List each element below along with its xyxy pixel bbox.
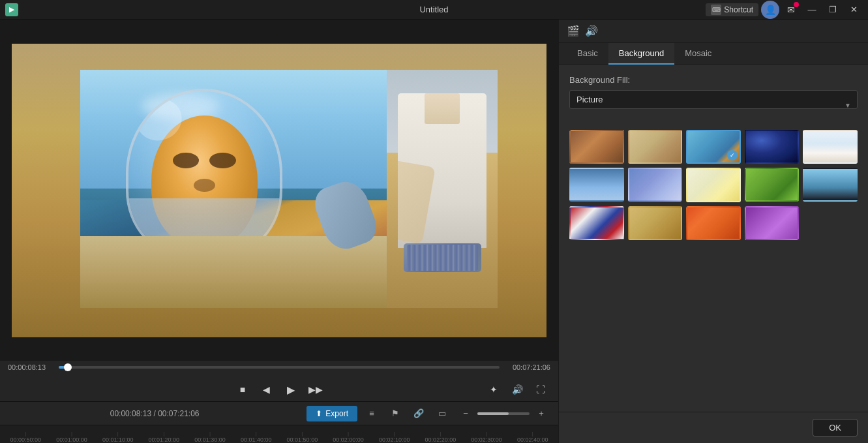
bg-thumb-snow[interactable] (803, 130, 858, 164)
ruler-mark-6: 00:01:50:00 (279, 431, 325, 443)
panel-header: 🎬 🔊 (559, 20, 868, 43)
ruler-mark-4: 00:01:30:00 (187, 431, 233, 443)
shortcut-button[interactable]: ⌨ Shortcut (706, 3, 758, 16)
export-icon: ⬆ (316, 409, 322, 418)
video-left-clip (80, 70, 387, 308)
bg-thumb-sky[interactable]: ✓ (686, 130, 741, 164)
titlebar-left: ▶ (5, 3, 18, 16)
zoom-out-button[interactable]: − (456, 405, 475, 422)
ruler-mark-1: 00:01:00:00 (49, 431, 95, 443)
ruler-mark-0: 00:00:50:00 (3, 431, 49, 443)
bg-thumb-purple[interactable] (745, 206, 800, 240)
tab-basic[interactable]: Basic (567, 43, 608, 65)
progress-track[interactable] (59, 366, 500, 369)
bg-thumb-galaxy[interactable] (745, 130, 800, 164)
tab-background[interactable]: Background (608, 43, 674, 65)
bg-thumb-gifts[interactable] (628, 168, 683, 202)
bg-thumb-game[interactable] (745, 168, 800, 202)
panel-content: Background Fill: Picture Color Blur ✓ (559, 65, 868, 412)
minimize-button[interactable]: — (803, 3, 821, 17)
settings-button[interactable]: ✦ (484, 380, 503, 399)
right-panel: 🎬 🔊 Basic Background Mosaic Background F… (558, 20, 868, 443)
player-controls: 00:00:08:13 00:07:21:06 ■ ◀ ▶ ▶▶ ✦ (0, 361, 558, 401)
user-account-button[interactable]: 👤 (761, 1, 779, 19)
stop-button[interactable]: ■ (233, 380, 252, 399)
export-button[interactable]: ⬆ Export (307, 406, 357, 421)
fullscreen-button[interactable]: ⛶ (531, 380, 550, 399)
video-panel-icon: 🎬 (567, 25, 580, 37)
bg-thumb-cartoon[interactable] (686, 168, 741, 202)
bg-thumb-uk[interactable] (569, 206, 624, 240)
next-frame-button[interactable]: ▶▶ (306, 380, 325, 399)
prev-frame-button[interactable]: ◀ (256, 380, 276, 399)
ruler-mark-5: 00:01:40:00 (233, 431, 279, 443)
video-area: 00:00:08:13 00:07:21:06 ■ ◀ ▶ ▶▶ ✦ (0, 20, 558, 443)
app-icon: ▶ (5, 3, 18, 16)
titlebar: ▶ Untitled ⌨ Shortcut 👤 ✉ — ❐ ✕ (0, 0, 868, 20)
video-canvas (0, 20, 558, 361)
bg-thumb-sand[interactable] (628, 206, 683, 240)
link-button[interactable]: 🔗 (410, 405, 428, 422)
selected-checkmark: ✓ (727, 150, 738, 160)
timeline-ruler: 00:00:50:00 00:01:00:00 00:01:10:00 00:0… (0, 425, 558, 443)
video-frame (12, 44, 546, 337)
bg-thumb-clouds[interactable] (569, 168, 624, 202)
bg-thumb-city[interactable] (803, 168, 858, 202)
background-thumbnails: ✓ (569, 130, 858, 240)
flag-button[interactable]: ⚑ (386, 405, 404, 422)
zoom-slider[interactable] (477, 412, 530, 415)
restore-button[interactable]: ❐ (824, 3, 842, 17)
close-button[interactable]: ✕ (845, 3, 863, 17)
current-time-label: 00:00:08:13 (8, 363, 53, 371)
bg-thumb-orange[interactable] (686, 206, 741, 240)
volume-button[interactable]: 🔊 (507, 380, 527, 399)
ok-button[interactable]: OK (813, 419, 858, 436)
zoom-in-button[interactable]: + (532, 405, 550, 422)
ruler-mark-2: 00:01:10:00 (95, 431, 141, 443)
panel-footer: OK (559, 412, 868, 443)
play-button[interactable]: ▶ (280, 380, 302, 399)
zoom-slider-fill (477, 412, 509, 415)
bg-thumb-brick[interactable] (569, 130, 624, 164)
playback-controls: ■ ◀ ▶ ▶▶ (233, 380, 325, 399)
background-fill-select[interactable]: Picture Color Blur (569, 90, 858, 109)
bg-thumb-desert[interactable] (628, 130, 683, 164)
background-fill-select-wrapper: Picture Color Blur (569, 90, 858, 119)
video-right-clip (387, 70, 498, 308)
titlebar-right: ⌨ Shortcut 👤 ✉ — ❐ ✕ (706, 1, 863, 19)
ruler-marks: 00:00:50:00 00:01:00:00 00:01:10:00 00:0… (3, 425, 556, 443)
ruler-mark-10: 00:02:30:00 (464, 431, 510, 443)
timeline-bar: 00:00:08:13 00:07:21:06 (8, 363, 550, 371)
ruler-mark-8: 00:02:10:00 (371, 431, 417, 443)
ruler-mark-9: 00:02:20:00 (417, 431, 464, 443)
main-layout: 00:00:08:13 00:07:21:06 ■ ◀ ▶ ▶▶ ✦ (0, 20, 868, 443)
track-button[interactable]: ≡ (363, 405, 381, 422)
bottom-bar: 00:00:08:13 / 00:07:21:06 ⬆ Export ≡ ⚑ 🔗… (0, 401, 558, 425)
tab-mosaic[interactable]: Mosaic (674, 43, 722, 65)
progress-thumb (64, 363, 72, 371)
total-time-label: 00:07:21:06 (505, 363, 550, 371)
audio-panel-icon: 🔊 (585, 25, 598, 37)
ruler-mark-11: 00:02:40:00 (509, 431, 556, 443)
mail-badge (794, 2, 799, 7)
background-fill-label: Background Fill: (569, 75, 858, 85)
ruler-mark-3: 00:01:20:00 (141, 431, 187, 443)
window-title: Untitled (419, 5, 448, 14)
controls-wrapper: ■ ◀ ▶ ▶▶ ✦ 🔊 ⛶ (8, 380, 550, 399)
panel-tabs: Basic Background Mosaic (559, 43, 868, 65)
clip-button[interactable]: ▭ (433, 405, 451, 422)
ruler-mark-7: 00:02:00:00 (325, 431, 372, 443)
zoom-controls: − + (456, 405, 550, 422)
mail-button[interactable]: ✉ (782, 1, 800, 19)
time-display: 00:00:08:13 / 00:07:21:06 (8, 409, 301, 418)
controls-right: ✦ 🔊 ⛶ (484, 380, 550, 399)
shortcut-icon: ⌨ (711, 5, 721, 15)
